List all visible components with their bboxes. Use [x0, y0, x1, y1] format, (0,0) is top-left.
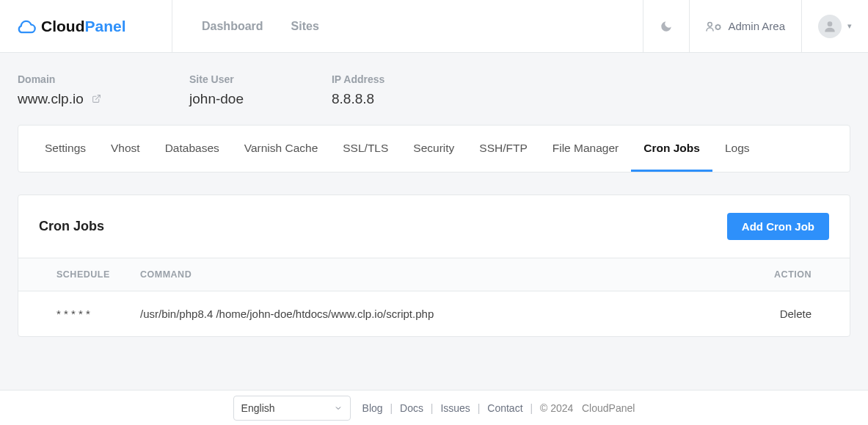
ip-label: IP Address [332, 73, 384, 85]
admin-area-cell: Admin Area [689, 0, 801, 52]
language-select[interactable]: English [233, 396, 351, 421]
nav-sites[interactable]: Sites [291, 20, 319, 33]
footer-docs[interactable]: Docs [400, 402, 423, 414]
moon-icon [660, 20, 673, 33]
footer-issues[interactable]: Issues [440, 402, 470, 414]
tab-file-manager[interactable]: File Manager [540, 126, 631, 172]
topbar-right: Admin Area ▾ [643, 0, 868, 52]
language-value: English [241, 402, 275, 414]
site-user-col: Site User john-doe [189, 73, 244, 107]
topbar: CloudPanel Dashboard Sites Adm [0, 0, 868, 53]
main-nav: Dashboard Sites [172, 0, 643, 52]
ip-value: 8.8.8.8 [332, 91, 384, 107]
cron-jobs-table: SCHEDULE COMMAND ACTION * * * * */usr/bi… [18, 258, 850, 336]
ip-col: IP Address 8.8.8.8 [332, 73, 384, 107]
card-header: Cron Jobs Add Cron Job [18, 195, 850, 258]
svg-point-1 [716, 24, 721, 29]
logo-word-panel: Panel [84, 18, 125, 34]
svg-line-3 [95, 95, 100, 100]
col-command: COMMAND [128, 258, 747, 291]
domain-value: www.clp.io [18, 91, 101, 107]
logo-text: CloudPanel [41, 18, 126, 35]
footer-sep: | [530, 402, 533, 414]
logo[interactable]: CloudPanel [0, 0, 172, 52]
logo-icon [16, 16, 37, 37]
svg-point-0 [708, 22, 712, 26]
card-title: Cron Jobs [39, 219, 104, 234]
delete-link[interactable]: Delete [780, 308, 812, 320]
avatar [818, 15, 842, 38]
tab-databases[interactable]: Databases [153, 126, 232, 172]
footer-sep: | [431, 402, 434, 414]
chevron-down-icon [334, 404, 343, 413]
col-schedule: SCHEDULE [18, 258, 128, 291]
cell-schedule: * * * * * [18, 291, 128, 337]
admin-area-link[interactable]: Admin Area [706, 20, 785, 32]
col-action: ACTION [747, 258, 850, 291]
user-menu-cell: ▾ [801, 0, 868, 52]
chevron-down-icon: ▾ [847, 21, 852, 31]
tab-cron-jobs[interactable]: Cron Jobs [631, 126, 712, 172]
tab-logs[interactable]: Logs [712, 126, 762, 172]
footer-contact[interactable]: Contact [487, 402, 522, 414]
tab-ssl-tls[interactable]: SSL/TLS [330, 126, 401, 172]
users-gear-icon [706, 21, 722, 32]
cron-jobs-card: Cron Jobs Add Cron Job SCHEDULE COMMAND … [18, 195, 850, 337]
table-row: * * * * */usr/bin/php8.4 /home/john-doe/… [18, 291, 850, 337]
admin-area-label: Admin Area [728, 20, 785, 32]
site-info-row: Domain www.clp.io Site User john-doe IP … [0, 53, 868, 125]
theme-toggle[interactable] [643, 0, 689, 52]
site-domain-col: Domain www.clp.io [18, 73, 101, 107]
tab-ssh-ftp[interactable]: SSH/FTP [467, 126, 539, 172]
footer: English Blog | Docs | Issues | Contact |… [0, 390, 868, 425]
site-tabs: SettingsVhostDatabasesVarnish CacheSSL/T… [18, 126, 850, 172]
footer-links: Blog | Docs | Issues | Contact | © 2024 … [362, 402, 635, 414]
domain-text: www.clp.io [18, 91, 84, 106]
cell-action: Delete [747, 291, 850, 337]
tab-vhost[interactable]: Vhost [98, 126, 153, 172]
tab-settings[interactable]: Settings [18, 126, 98, 172]
site-user-value: john-doe [189, 91, 244, 107]
footer-sep: | [478, 402, 481, 414]
footer-blog[interactable]: Blog [362, 402, 383, 414]
cell-command: /usr/bin/php8.4 /home/john-doe/htdocs/ww… [128, 291, 747, 337]
nav-dashboard[interactable]: Dashboard [202, 20, 263, 33]
site-user-label: Site User [189, 73, 244, 85]
footer-sep: | [390, 402, 393, 414]
svg-point-2 [828, 21, 833, 26]
add-cron-job-button[interactable]: Add Cron Job [727, 213, 829, 240]
logo-word-cloud: Cloud [41, 18, 84, 34]
user-menu[interactable]: ▾ [818, 15, 852, 38]
footer-copyright: © 2024 [540, 402, 573, 414]
tab-security[interactable]: Security [401, 126, 467, 172]
external-link-icon[interactable] [92, 94, 101, 103]
domain-label: Domain [18, 73, 101, 85]
site-tabs-container: SettingsVhostDatabasesVarnish CacheSSL/T… [18, 125, 850, 172]
tab-varnish-cache[interactable]: Varnish Cache [232, 126, 331, 172]
footer-brand: CloudPanel [582, 402, 635, 414]
